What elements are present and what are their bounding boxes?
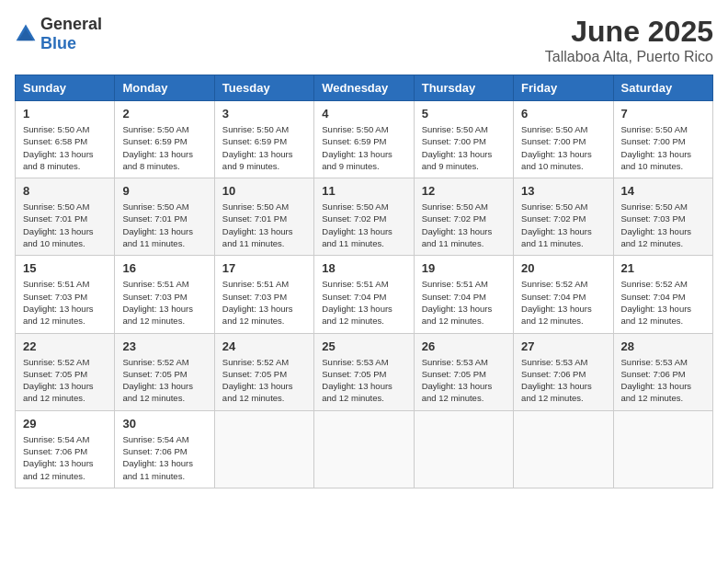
day-info: Sunrise: 5:53 AM Sunset: 7:05 PM Dayligh… — [322, 356, 405, 405]
table-row: 1 Sunrise: 5:50 AM Sunset: 6:58 PM Dayli… — [16, 101, 115, 178]
day-number: 27 — [521, 339, 605, 353]
day-info: Sunrise: 5:50 AM Sunset: 6:58 PM Dayligh… — [23, 123, 107, 172]
table-row: 19 Sunrise: 5:51 AM Sunset: 7:04 PM Dayl… — [414, 256, 513, 333]
table-row: 12 Sunrise: 5:50 AM Sunset: 7:02 PM Dayl… — [414, 178, 513, 256]
day-info: Sunrise: 5:51 AM Sunset: 7:03 PM Dayligh… — [23, 278, 107, 327]
table-row — [214, 410, 313, 488]
day-number: 22 — [23, 339, 107, 353]
day-number: 17 — [222, 261, 306, 275]
table-row: 15 Sunrise: 5:51 AM Sunset: 7:03 PM Dayl… — [16, 256, 115, 333]
day-number: 28 — [621, 339, 705, 353]
day-info: Sunrise: 5:50 AM Sunset: 7:03 PM Dayligh… — [621, 201, 705, 249]
day-info: Sunrise: 5:53 AM Sunset: 7:06 PM Dayligh… — [621, 356, 705, 405]
header-sunday: Sunday — [16, 75, 115, 101]
day-info: Sunrise: 5:51 AM Sunset: 7:03 PM Dayligh… — [122, 278, 206, 327]
day-info: Sunrise: 5:54 AM Sunset: 7:06 PM Dayligh… — [23, 433, 107, 482]
day-info: Sunrise: 5:50 AM Sunset: 7:00 PM Dayligh… — [621, 123, 705, 172]
table-row: 7 Sunrise: 5:50 AM Sunset: 7:00 PM Dayli… — [613, 101, 712, 178]
table-row: 26 Sunrise: 5:53 AM Sunset: 7:05 PM Dayl… — [414, 333, 513, 410]
day-number: 1 — [23, 107, 107, 121]
table-row: 17 Sunrise: 5:51 AM Sunset: 7:03 PM Dayl… — [214, 256, 313, 333]
header-thursday: Thursday — [414, 75, 513, 101]
calendar-row-0: 1 Sunrise: 5:50 AM Sunset: 6:58 PM Dayli… — [16, 101, 713, 178]
table-row — [414, 410, 513, 488]
day-number: 23 — [122, 339, 206, 353]
day-info: Sunrise: 5:50 AM Sunset: 7:02 PM Dayligh… — [422, 201, 506, 249]
logo: General Blue — [15, 15, 102, 53]
day-info: Sunrise: 5:53 AM Sunset: 7:06 PM Dayligh… — [521, 356, 605, 405]
day-number: 6 — [521, 107, 605, 121]
title-area: June 2025 Tallaboa Alta, Puerto Rico — [545, 15, 713, 65]
calendar-table: Sunday Monday Tuesday Wednesday Thursday… — [15, 75, 713, 488]
header-friday: Friday — [514, 75, 613, 101]
logo-text: General Blue — [40, 15, 102, 53]
day-info: Sunrise: 5:52 AM Sunset: 7:05 PM Dayligh… — [23, 356, 107, 405]
day-number: 29 — [23, 417, 107, 431]
table-row — [514, 410, 613, 488]
table-row: 8 Sunrise: 5:50 AM Sunset: 7:01 PM Dayli… — [16, 178, 115, 256]
day-number: 5 — [422, 107, 506, 121]
day-number: 25 — [322, 339, 405, 353]
header-wednesday: Wednesday — [314, 75, 414, 101]
day-number: 11 — [322, 184, 405, 198]
table-row: 23 Sunrise: 5:52 AM Sunset: 7:05 PM Dayl… — [115, 333, 214, 410]
calendar-row-4: 29 Sunrise: 5:54 AM Sunset: 7:06 PM Dayl… — [16, 410, 713, 488]
day-info: Sunrise: 5:50 AM Sunset: 7:01 PM Dayligh… — [222, 201, 306, 249]
day-number: 19 — [422, 261, 506, 275]
day-info: Sunrise: 5:50 AM Sunset: 6:59 PM Dayligh… — [222, 123, 306, 172]
day-info: Sunrise: 5:51 AM Sunset: 7:04 PM Dayligh… — [322, 278, 405, 327]
table-row — [314, 410, 414, 488]
day-number: 8 — [23, 184, 107, 198]
table-row — [613, 410, 712, 488]
table-row: 20 Sunrise: 5:52 AM Sunset: 7:04 PM Dayl… — [514, 256, 613, 333]
day-number: 26 — [422, 339, 506, 353]
day-number: 9 — [122, 184, 206, 198]
table-row: 30 Sunrise: 5:54 AM Sunset: 7:06 PM Dayl… — [115, 410, 214, 488]
day-info: Sunrise: 5:50 AM Sunset: 7:02 PM Dayligh… — [521, 201, 605, 249]
table-row: 25 Sunrise: 5:53 AM Sunset: 7:05 PM Dayl… — [314, 333, 414, 410]
day-number: 3 — [222, 107, 306, 121]
day-info: Sunrise: 5:50 AM Sunset: 7:00 PM Dayligh… — [422, 123, 506, 172]
logo-icon — [15, 23, 37, 45]
day-number: 24 — [222, 339, 306, 353]
logo-general: General — [40, 15, 102, 33]
header-tuesday: Tuesday — [214, 75, 313, 101]
table-row: 4 Sunrise: 5:50 AM Sunset: 6:59 PM Dayli… — [314, 101, 414, 178]
month-title: June 2025 — [545, 15, 713, 49]
table-row: 21 Sunrise: 5:52 AM Sunset: 7:04 PM Dayl… — [613, 256, 712, 333]
table-row: 14 Sunrise: 5:50 AM Sunset: 7:03 PM Dayl… — [613, 178, 712, 256]
table-row: 27 Sunrise: 5:53 AM Sunset: 7:06 PM Dayl… — [514, 333, 613, 410]
day-info: Sunrise: 5:50 AM Sunset: 7:02 PM Dayligh… — [322, 201, 405, 249]
table-row: 5 Sunrise: 5:50 AM Sunset: 7:00 PM Dayli… — [414, 101, 513, 178]
day-number: 2 — [122, 107, 206, 121]
table-row: 24 Sunrise: 5:52 AM Sunset: 7:05 PM Dayl… — [214, 333, 313, 410]
table-row: 22 Sunrise: 5:52 AM Sunset: 7:05 PM Dayl… — [16, 333, 115, 410]
logo-blue: Blue — [40, 34, 76, 52]
day-info: Sunrise: 5:52 AM Sunset: 7:05 PM Dayligh… — [122, 356, 206, 405]
table-row: 29 Sunrise: 5:54 AM Sunset: 7:06 PM Dayl… — [16, 410, 115, 488]
day-info: Sunrise: 5:50 AM Sunset: 7:01 PM Dayligh… — [122, 201, 206, 249]
header-row: Sunday Monday Tuesday Wednesday Thursday… — [16, 75, 713, 101]
table-row: 9 Sunrise: 5:50 AM Sunset: 7:01 PM Dayli… — [115, 178, 214, 256]
table-row: 3 Sunrise: 5:50 AM Sunset: 6:59 PM Dayli… — [214, 101, 313, 178]
table-row: 28 Sunrise: 5:53 AM Sunset: 7:06 PM Dayl… — [613, 333, 712, 410]
day-info: Sunrise: 5:53 AM Sunset: 7:05 PM Dayligh… — [422, 356, 506, 405]
day-info: Sunrise: 5:50 AM Sunset: 6:59 PM Dayligh… — [322, 123, 405, 172]
day-number: 20 — [521, 261, 605, 275]
table-row: 2 Sunrise: 5:50 AM Sunset: 6:59 PM Dayli… — [115, 101, 214, 178]
calendar-row-2: 15 Sunrise: 5:51 AM Sunset: 7:03 PM Dayl… — [16, 256, 713, 333]
day-info: Sunrise: 5:50 AM Sunset: 7:01 PM Dayligh… — [23, 201, 107, 249]
day-info: Sunrise: 5:52 AM Sunset: 7:04 PM Dayligh… — [521, 278, 605, 327]
table-row: 18 Sunrise: 5:51 AM Sunset: 7:04 PM Dayl… — [314, 256, 414, 333]
day-number: 7 — [621, 107, 705, 121]
day-info: Sunrise: 5:54 AM Sunset: 7:06 PM Dayligh… — [122, 433, 206, 482]
day-number: 18 — [322, 261, 405, 275]
day-info: Sunrise: 5:52 AM Sunset: 7:04 PM Dayligh… — [621, 278, 705, 327]
day-info: Sunrise: 5:51 AM Sunset: 7:03 PM Dayligh… — [222, 278, 306, 327]
day-number: 16 — [122, 261, 206, 275]
calendar-row-3: 22 Sunrise: 5:52 AM Sunset: 7:05 PM Dayl… — [16, 333, 713, 410]
day-info: Sunrise: 5:50 AM Sunset: 7:00 PM Dayligh… — [521, 123, 605, 172]
day-number: 15 — [23, 261, 107, 275]
location-title: Tallaboa Alta, Puerto Rico — [545, 49, 713, 65]
header-saturday: Saturday — [613, 75, 712, 101]
